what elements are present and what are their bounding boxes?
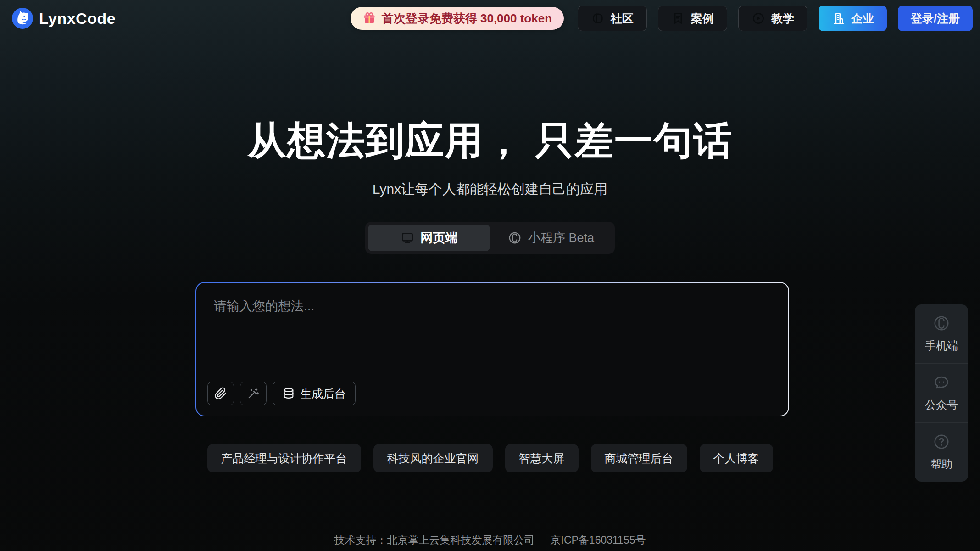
suggestion-chip[interactable]: 科技风的企业官网 <box>373 444 493 472</box>
promo-banner[interactable]: 首次登录免费获得 30,000 token <box>351 7 564 30</box>
miniprogram-icon <box>933 315 950 332</box>
side-mobile-label: 手机端 <box>925 338 958 353</box>
header: LynxCode 首次登录免费获得 30,000 token 社区 案例 <box>0 0 980 37</box>
nav-community-label: 社区 <box>611 11 634 26</box>
monitor-icon <box>401 231 414 245</box>
nav-cases-button[interactable]: 案例 <box>658 6 727 31</box>
footer-support-text: 技术支持：北京掌上云集科技发展有限公司 <box>334 533 535 547</box>
miniprogram-icon <box>508 231 522 245</box>
nav-cases-label: 案例 <box>691 11 714 26</box>
nav-enterprise-button[interactable]: 企业 <box>819 6 887 31</box>
lynx-logo-icon <box>12 8 33 29</box>
suggestion-chip[interactable]: 产品经理与设计协作平台 <box>207 444 361 472</box>
tab-miniprogram-label: 小程序 Beta <box>528 230 594 246</box>
composer-inner: 生成后台 <box>196 283 788 416</box>
wand-sparkles-icon <box>247 387 260 400</box>
wechat-icon <box>933 374 950 391</box>
idea-input[interactable] <box>196 283 788 375</box>
floating-side-panel: 手机端 公众号 帮助 <box>915 304 968 482</box>
brand-logo[interactable]: LynxCode <box>12 8 116 29</box>
generate-backend-label: 生成后台 <box>300 386 346 401</box>
platform-tabs: 网页端 小程序 Beta <box>365 222 615 254</box>
attach-file-button[interactable] <box>207 382 234 405</box>
nav-tutorial-label: 教学 <box>771 11 794 26</box>
suggestion-chip[interactable]: 个人博客 <box>700 444 773 472</box>
enhance-prompt-button[interactable] <box>240 382 267 405</box>
paperclip-icon <box>214 387 227 400</box>
tab-miniprogram[interactable]: 小程序 Beta <box>490 225 612 251</box>
header-nav: 社区 案例 教学 企业 登录/注册 <box>578 6 973 31</box>
tab-web[interactable]: 网页端 <box>368 225 490 251</box>
idea-composer: 生成后台 <box>195 282 789 416</box>
play-circle-icon <box>752 11 765 25</box>
side-mobile-button[interactable]: 手机端 <box>915 304 968 363</box>
side-help-button[interactable]: 帮助 <box>915 422 968 482</box>
suggestion-chip[interactable]: 智慧大屏 <box>505 444 579 472</box>
login-register-button[interactable]: 登录/注册 <box>898 6 973 31</box>
suggestion-chips: 产品经理与设计协作平台 科技风的企业官网 智慧大屏 商城管理后台 个人博客 <box>0 444 980 472</box>
suggestion-chip[interactable]: 商城管理后台 <box>591 444 687 472</box>
login-register-label: 登录/注册 <box>911 11 960 26</box>
nav-enterprise-label: 企业 <box>851 11 874 26</box>
gift-icon <box>362 11 376 25</box>
footer-icp-text[interactable]: 京ICP备16031155号 <box>551 533 646 547</box>
side-official-account-label: 公众号 <box>925 398 958 412</box>
generate-backend-button[interactable]: 生成后台 <box>273 382 356 405</box>
database-icon <box>282 387 295 400</box>
tab-web-label: 网页端 <box>421 230 458 246</box>
composer-toolbar: 生成后台 <box>207 382 356 405</box>
hero-title: 从想法到应用， 只差一句话 <box>0 115 980 167</box>
bookmark-icon <box>671 11 685 25</box>
question-circle-icon <box>933 433 950 450</box>
brand-name: LynxCode <box>39 10 116 28</box>
hero-subtitle: Lynx让每个人都能轻松创建自己的应用 <box>0 180 980 199</box>
footer: 技术支持：北京掌上云集科技发展有限公司 京ICP备16031155号 <box>0 533 980 547</box>
promo-text: 首次登录免费获得 30,000 token <box>382 11 552 27</box>
community-box-icon <box>591 11 605 25</box>
side-official-account-button[interactable]: 公众号 <box>915 363 968 422</box>
nav-tutorial-button[interactable]: 教学 <box>738 6 807 31</box>
nav-community-button[interactable]: 社区 <box>578 6 647 31</box>
building-icon <box>831 11 845 25</box>
side-help-label: 帮助 <box>930 457 952 472</box>
